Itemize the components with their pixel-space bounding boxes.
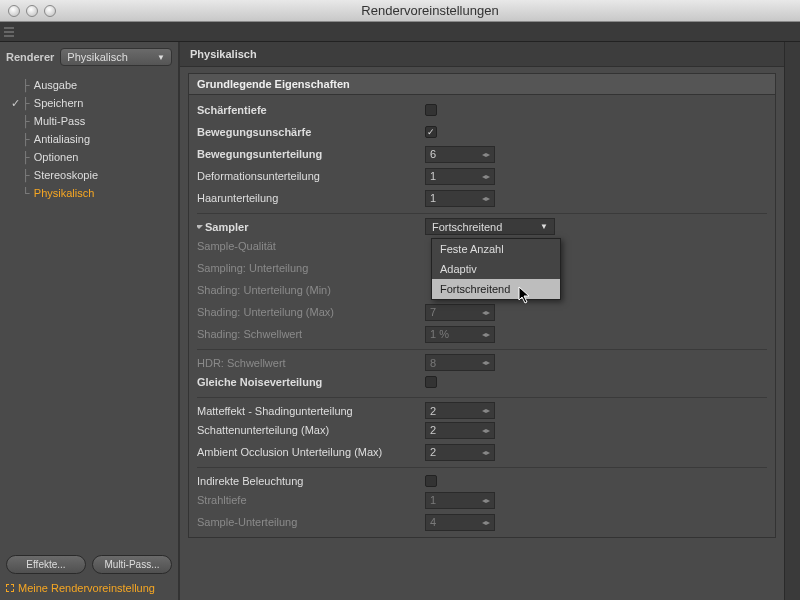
close-icon[interactable]: [8, 5, 20, 17]
dropdown-option-adaptiv[interactable]: Adaptiv: [432, 259, 560, 279]
schatten-input[interactable]: 2◂▸: [425, 422, 495, 439]
row-bewegung: Bewegungsunschärfe. . . . . . . . . . . …: [197, 121, 767, 143]
row-schaerfentiefe: Schärfentiefe. . . . . . . . . . . . . .…: [197, 99, 767, 121]
toolbar: [0, 22, 800, 42]
main-title: Physikalisch: [180, 42, 784, 67]
ao-input[interactable]: 2◂▸: [425, 444, 495, 461]
deform-input[interactable]: 1◂▸: [425, 168, 495, 185]
renderer-value: Physikalisch: [67, 51, 128, 63]
schaerfentiefe-checkbox[interactable]: [425, 104, 437, 116]
shading-max-input: 7◂▸: [425, 304, 495, 321]
haar-input[interactable]: 1◂▸: [425, 190, 495, 207]
row-noise: Gleiche Noiseverteilung. . . . . . . . .…: [197, 371, 767, 393]
disclosure-icon[interactable]: [197, 225, 203, 229]
section-header: Grundlegende Eigenschaften: [189, 74, 775, 95]
dropdown-option-fortschreitend[interactable]: Fortschreitend: [432, 279, 560, 299]
hdr-input: 8◂▸: [425, 354, 495, 371]
sidebar-item-physikalisch[interactable]: └Physikalisch: [4, 184, 178, 202]
dropdown-option-feste[interactable]: Feste Anzahl: [432, 239, 560, 259]
window-title: Rendervoreinstellungen: [68, 3, 792, 18]
preset-label: Meine Rendervoreinstellung: [18, 582, 155, 594]
row-indirekt: Indirekte Beleuchtung. . . . . . . . . .…: [197, 467, 767, 489]
row-sample-unt: Sample-Unterteilung. . . . . . . . . . .…: [197, 511, 767, 533]
row-sampler: Sampler. . . . . . . . . . . . . . . . .…: [197, 213, 767, 235]
row-matte: Matteffekt - Shadingunterteilung. . . . …: [197, 397, 767, 419]
minimize-icon[interactable]: [26, 5, 38, 17]
sidebar-tree: ├Ausgabe ✓├Speichern ├Multi-Pass ├Antial…: [0, 74, 178, 549]
sampler-dropdown-menu: Feste Anzahl Adaptiv Fortschreitend: [431, 238, 561, 300]
preset-icon: [6, 584, 14, 592]
scrollbar[interactable]: [784, 42, 800, 600]
grip-icon[interactable]: [0, 22, 16, 42]
row-shading-thr: Shading: Schwellwert. . . . . . . . . . …: [197, 323, 767, 345]
sidebar-item-ausgabe[interactable]: ├Ausgabe: [4, 76, 178, 94]
sidebar-item-optionen[interactable]: ├Optionen: [4, 148, 178, 166]
indirekt-checkbox[interactable]: [425, 475, 437, 487]
chevron-down-icon: ▼: [540, 222, 548, 231]
sidebar-item-stereoskopie[interactable]: ├Stereoskopie: [4, 166, 178, 184]
effects-button[interactable]: Effekte...: [6, 555, 86, 574]
row-shading-max: Shading: Unterteilung (Max). . . . . . .…: [197, 301, 767, 323]
preset-item[interactable]: Meine Rendervoreinstellung: [6, 582, 172, 594]
row-strahl: Strahltiefe. . . . . . . . . . . . . . .…: [197, 489, 767, 511]
window-titlebar: Rendervoreinstellungen: [0, 0, 800, 22]
row-ao: Ambient Occlusion Unterteilung (Max). . …: [197, 441, 767, 463]
matte-input[interactable]: 2◂▸: [425, 402, 495, 419]
row-hdr: HDR: Schwellwert. . . . . . . . . . . . …: [197, 349, 767, 371]
sidebar-item-antialiasing[interactable]: ├Antialiasing: [4, 130, 178, 148]
multipass-button[interactable]: Multi-Pass...: [92, 555, 172, 574]
sidebar-item-speichern[interactable]: ✓├Speichern: [4, 94, 178, 112]
renderer-label: Renderer: [6, 51, 54, 63]
chevron-down-icon: ▼: [157, 53, 165, 62]
sidebar-item-multipass[interactable]: ├Multi-Pass: [4, 112, 178, 130]
strahl-input: 1◂▸: [425, 492, 495, 509]
traffic-lights: [8, 5, 56, 17]
sampler-dropdown[interactable]: Fortschreitend ▼: [425, 218, 555, 235]
bewegung-checkbox[interactable]: ✓: [425, 126, 437, 138]
row-deform: Deformationsunterteilung. . . . . . . . …: [197, 165, 767, 187]
bewegung-unt-input[interactable]: 6◂▸: [425, 146, 495, 163]
sidebar: Renderer Physikalisch ▼ ├Ausgabe ✓├Speic…: [0, 42, 180, 600]
row-haar: Haarunterteilung. . . . . . . . . . . . …: [197, 187, 767, 209]
sample-unt-input: 4◂▸: [425, 514, 495, 531]
row-schatten: Schattenunterteilung (Max). . . . . . . …: [197, 419, 767, 441]
shading-thr-input: 1 %◂▸: [425, 326, 495, 343]
renderer-dropdown[interactable]: Physikalisch ▼: [60, 48, 172, 66]
main-panel: Physikalisch Grundlegende Eigenschaften …: [180, 42, 784, 600]
row-bewegung-unt: Bewegungsunterteilung. . . . . . . . . .…: [197, 143, 767, 165]
zoom-icon[interactable]: [44, 5, 56, 17]
noise-checkbox[interactable]: [425, 376, 437, 388]
